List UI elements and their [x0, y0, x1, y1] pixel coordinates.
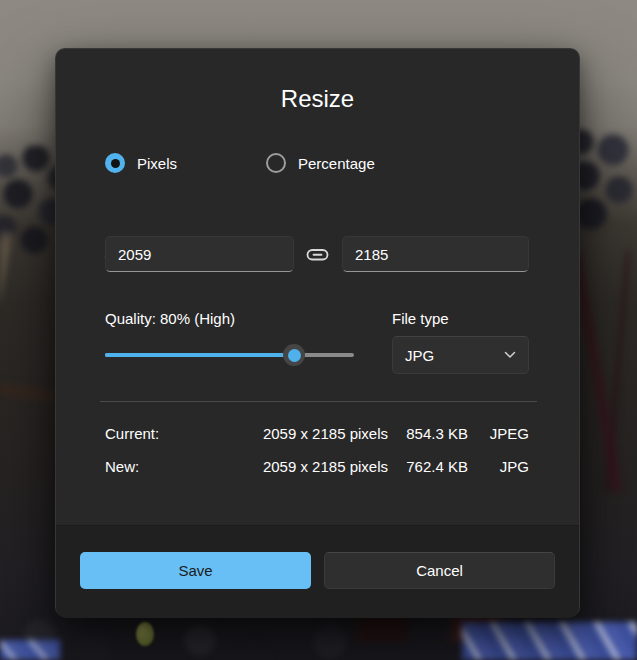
radio-percentage-label: Percentage	[298, 155, 375, 172]
background-cloth-left	[0, 640, 60, 660]
resize-dialog: Resize Pixels Percentage Width (px) Heig…	[55, 48, 580, 617]
background-cloth-right	[462, 622, 637, 660]
background-green-berry	[136, 622, 154, 646]
size-summary: Current: 2059 x 2185 pixels 854.3 KB JPE…	[105, 422, 529, 477]
background-bowl-right	[575, 252, 637, 492]
summary-new-size: 762.4 KB	[388, 458, 468, 475]
summary-current-dimensions: 2059 x 2185 pixels	[215, 425, 388, 442]
dialog-footer: Save Cancel	[56, 525, 579, 618]
screen: Resize Pixels Percentage Width (px) Heig…	[0, 0, 637, 660]
file-type-dropdown[interactable]: JPG	[392, 336, 529, 374]
radio-pixels-control[interactable]	[105, 153, 125, 173]
link-dimensions-button[interactable]	[304, 243, 330, 265]
quality-label: Quality: 80% (High)	[105, 310, 235, 327]
file-type-label: File type	[392, 310, 449, 327]
summary-row-new: New: 2059 x 2185 pixels 762.4 KB JPG	[105, 455, 529, 477]
summary-current-label: Current:	[105, 425, 215, 442]
save-button[interactable]: Save	[80, 552, 311, 589]
dialog-title: Resize	[56, 85, 579, 113]
quality-slider-thumb[interactable]	[283, 344, 305, 366]
summary-new-format: JPG	[468, 458, 529, 475]
quality-slider-track[interactable]	[105, 353, 354, 357]
summary-row-current: Current: 2059 x 2185 pixels 854.3 KB JPE…	[105, 422, 529, 444]
summary-new-dimensions: 2059 x 2185 pixels	[215, 458, 388, 475]
file-type-selected-value: JPG	[405, 347, 434, 364]
cancel-button[interactable]: Cancel	[324, 552, 555, 589]
quality-slider-fill	[105, 353, 294, 357]
radio-percentage-control[interactable]	[266, 153, 286, 173]
chevron-down-icon	[504, 351, 516, 359]
radio-percentage[interactable]: Percentage	[266, 153, 375, 173]
summary-current-size: 854.3 KB	[388, 425, 468, 442]
radio-pixels-label: Pixels	[137, 155, 177, 172]
summary-new-label: New:	[105, 458, 215, 475]
link-icon	[306, 246, 329, 263]
width-input[interactable]	[105, 236, 294, 272]
height-input[interactable]	[342, 236, 529, 272]
quality-slider[interactable]	[105, 345, 354, 365]
radio-pixels[interactable]: Pixels	[105, 153, 177, 173]
background-bowl-left	[0, 232, 58, 472]
summary-current-format: JPEG	[468, 425, 529, 442]
section-divider	[100, 401, 537, 402]
